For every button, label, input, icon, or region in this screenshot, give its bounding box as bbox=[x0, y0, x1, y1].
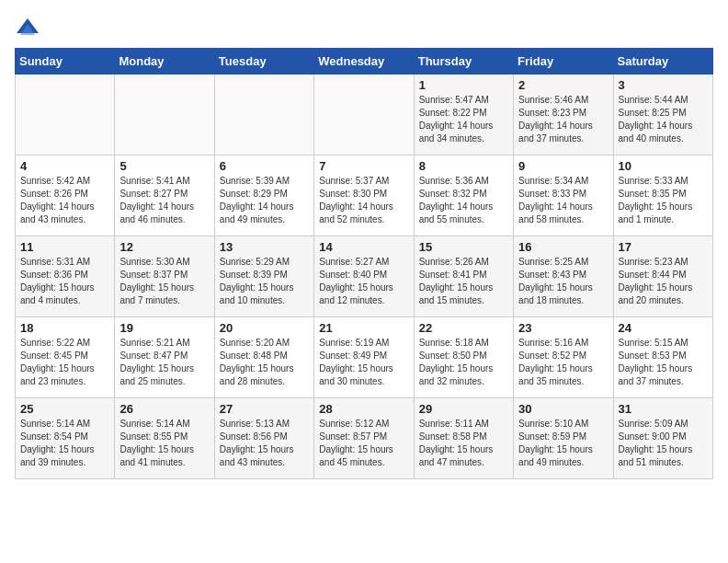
day-number: 30 bbox=[518, 402, 608, 416]
calendar-cell: 23Sunrise: 5:16 AM Sunset: 8:52 PM Dayli… bbox=[514, 317, 613, 398]
day-info: Sunrise: 5:09 AM Sunset: 9:00 PM Dayligh… bbox=[619, 418, 708, 469]
day-number: 29 bbox=[419, 402, 508, 416]
calendar-cell bbox=[314, 75, 414, 155]
day-number: 4 bbox=[20, 159, 109, 173]
day-info: Sunrise: 5:18 AM Sunset: 8:50 PM Dayligh… bbox=[419, 337, 508, 388]
calendar-cell: 10Sunrise: 5:33 AM Sunset: 8:35 PM Dayli… bbox=[613, 155, 712, 236]
weekday-header: Thursday bbox=[414, 49, 513, 75]
calendar-cell: 21Sunrise: 5:19 AM Sunset: 8:49 PM Dayli… bbox=[314, 317, 414, 398]
day-number: 15 bbox=[419, 240, 508, 254]
day-info: Sunrise: 5:21 AM Sunset: 8:47 PM Dayligh… bbox=[119, 337, 209, 388]
day-info: Sunrise: 5:16 AM Sunset: 8:52 PM Dayligh… bbox=[518, 337, 608, 388]
day-number: 17 bbox=[619, 240, 708, 254]
day-info: Sunrise: 5:25 AM Sunset: 8:43 PM Dayligh… bbox=[518, 256, 608, 307]
day-info: Sunrise: 5:14 AM Sunset: 8:55 PM Dayligh… bbox=[119, 418, 209, 469]
calendar-cell: 20Sunrise: 5:20 AM Sunset: 8:48 PM Dayli… bbox=[214, 317, 313, 398]
day-number: 5 bbox=[119, 159, 209, 173]
calendar-cell: 3Sunrise: 5:44 AM Sunset: 8:25 PM Daylig… bbox=[613, 75, 712, 155]
calendar-cell: 16Sunrise: 5:25 AM Sunset: 8:43 PM Dayli… bbox=[514, 236, 613, 317]
calendar-week: 4Sunrise: 5:42 AM Sunset: 8:26 PM Daylig… bbox=[16, 155, 713, 236]
day-info: Sunrise: 5:13 AM Sunset: 8:56 PM Dayligh… bbox=[220, 418, 309, 469]
calendar-cell: 19Sunrise: 5:21 AM Sunset: 8:47 PM Dayli… bbox=[115, 317, 214, 398]
day-info: Sunrise: 5:15 AM Sunset: 8:53 PM Dayligh… bbox=[619, 337, 708, 388]
calendar-cell: 11Sunrise: 5:31 AM Sunset: 8:36 PM Dayli… bbox=[16, 236, 115, 317]
day-number: 26 bbox=[119, 402, 209, 416]
day-number: 24 bbox=[619, 321, 708, 335]
day-number: 7 bbox=[319, 159, 408, 173]
calendar-cell: 2Sunrise: 5:46 AM Sunset: 8:23 PM Daylig… bbox=[514, 75, 613, 155]
day-info: Sunrise: 5:20 AM Sunset: 8:48 PM Dayligh… bbox=[220, 337, 309, 388]
day-info: Sunrise: 5:14 AM Sunset: 8:54 PM Dayligh… bbox=[20, 418, 109, 469]
day-info: Sunrise: 5:46 AM Sunset: 8:23 PM Dayligh… bbox=[518, 94, 608, 145]
weekday-header: Wednesday bbox=[314, 49, 414, 75]
calendar-cell: 29Sunrise: 5:11 AM Sunset: 8:58 PM Dayli… bbox=[414, 398, 513, 479]
day-number: 28 bbox=[319, 402, 408, 416]
calendar-cell: 17Sunrise: 5:23 AM Sunset: 8:44 PM Dayli… bbox=[613, 236, 712, 317]
day-info: Sunrise: 5:36 AM Sunset: 8:32 PM Dayligh… bbox=[419, 175, 508, 226]
calendar-cell: 28Sunrise: 5:12 AM Sunset: 8:57 PM Dayli… bbox=[314, 398, 414, 479]
day-info: Sunrise: 5:37 AM Sunset: 8:30 PM Dayligh… bbox=[319, 175, 408, 226]
calendar-cell bbox=[16, 75, 115, 155]
day-number: 21 bbox=[319, 321, 408, 335]
calendar-table: SundayMondayTuesdayWednesdayThursdayFrid… bbox=[15, 48, 713, 479]
calendar-cell: 14Sunrise: 5:27 AM Sunset: 8:40 PM Dayli… bbox=[314, 236, 414, 317]
day-number: 12 bbox=[119, 240, 209, 254]
calendar-week: 11Sunrise: 5:31 AM Sunset: 8:36 PM Dayli… bbox=[16, 236, 713, 317]
day-info: Sunrise: 5:30 AM Sunset: 8:37 PM Dayligh… bbox=[119, 256, 209, 307]
weekday-header: Sunday bbox=[16, 49, 115, 75]
day-number: 16 bbox=[518, 240, 608, 254]
day-info: Sunrise: 5:26 AM Sunset: 8:41 PM Dayligh… bbox=[419, 256, 508, 307]
weekday-header: Monday bbox=[115, 49, 214, 75]
day-info: Sunrise: 5:23 AM Sunset: 8:44 PM Dayligh… bbox=[619, 256, 708, 307]
day-info: Sunrise: 5:27 AM Sunset: 8:40 PM Dayligh… bbox=[319, 256, 408, 307]
day-number: 25 bbox=[20, 402, 109, 416]
day-number: 3 bbox=[619, 78, 708, 92]
day-info: Sunrise: 5:44 AM Sunset: 8:25 PM Dayligh… bbox=[619, 94, 708, 145]
day-number: 10 bbox=[619, 159, 708, 173]
day-info: Sunrise: 5:39 AM Sunset: 8:29 PM Dayligh… bbox=[220, 175, 309, 226]
day-info: Sunrise: 5:10 AM Sunset: 8:59 PM Dayligh… bbox=[518, 418, 608, 469]
calendar-cell: 7Sunrise: 5:37 AM Sunset: 8:30 PM Daylig… bbox=[314, 155, 414, 236]
weekday-header: Saturday bbox=[613, 49, 712, 75]
day-number: 31 bbox=[619, 402, 708, 416]
day-number: 23 bbox=[518, 321, 608, 335]
day-info: Sunrise: 5:12 AM Sunset: 8:57 PM Dayligh… bbox=[319, 418, 408, 469]
day-info: Sunrise: 5:19 AM Sunset: 8:49 PM Dayligh… bbox=[319, 337, 408, 388]
calendar-cell: 5Sunrise: 5:41 AM Sunset: 8:27 PM Daylig… bbox=[115, 155, 214, 236]
day-info: Sunrise: 5:29 AM Sunset: 8:39 PM Dayligh… bbox=[220, 256, 309, 307]
day-number: 13 bbox=[220, 240, 309, 254]
calendar-cell: 25Sunrise: 5:14 AM Sunset: 8:54 PM Dayli… bbox=[16, 398, 115, 479]
day-info: Sunrise: 5:41 AM Sunset: 8:27 PM Dayligh… bbox=[119, 175, 209, 226]
calendar-cell bbox=[214, 75, 313, 155]
day-number: 18 bbox=[20, 321, 109, 335]
logo bbox=[15, 15, 44, 40]
day-number: 22 bbox=[419, 321, 508, 335]
calendar-cell: 8Sunrise: 5:36 AM Sunset: 8:32 PM Daylig… bbox=[414, 155, 513, 236]
calendar-cell: 24Sunrise: 5:15 AM Sunset: 8:53 PM Dayli… bbox=[613, 317, 712, 398]
day-info: Sunrise: 5:11 AM Sunset: 8:58 PM Dayligh… bbox=[419, 418, 508, 469]
day-number: 20 bbox=[220, 321, 309, 335]
day-info: Sunrise: 5:22 AM Sunset: 8:45 PM Dayligh… bbox=[20, 337, 109, 388]
calendar-cell: 27Sunrise: 5:13 AM Sunset: 8:56 PM Dayli… bbox=[214, 398, 313, 479]
calendar-cell: 4Sunrise: 5:42 AM Sunset: 8:26 PM Daylig… bbox=[16, 155, 115, 236]
day-number: 6 bbox=[220, 159, 309, 173]
calendar-cell: 13Sunrise: 5:29 AM Sunset: 8:39 PM Dayli… bbox=[214, 236, 313, 317]
calendar-cell: 22Sunrise: 5:18 AM Sunset: 8:50 PM Dayli… bbox=[414, 317, 513, 398]
calendar-cell: 15Sunrise: 5:26 AM Sunset: 8:41 PM Dayli… bbox=[414, 236, 513, 317]
weekday-header: Friday bbox=[514, 49, 613, 75]
calendar-week: 25Sunrise: 5:14 AM Sunset: 8:54 PM Dayli… bbox=[16, 398, 713, 479]
day-number: 9 bbox=[518, 159, 608, 173]
calendar-cell: 26Sunrise: 5:14 AM Sunset: 8:55 PM Dayli… bbox=[115, 398, 214, 479]
day-info: Sunrise: 5:42 AM Sunset: 8:26 PM Dayligh… bbox=[20, 175, 109, 226]
calendar-cell bbox=[115, 75, 214, 155]
day-number: 19 bbox=[119, 321, 209, 335]
logo-icon bbox=[15, 15, 40, 40]
calendar-cell: 18Sunrise: 5:22 AM Sunset: 8:45 PM Dayli… bbox=[16, 317, 115, 398]
day-number: 27 bbox=[220, 402, 309, 416]
day-number: 8 bbox=[419, 159, 508, 173]
day-number: 1 bbox=[419, 78, 508, 92]
day-info: Sunrise: 5:47 AM Sunset: 8:22 PM Dayligh… bbox=[419, 94, 508, 145]
calendar-cell: 9Sunrise: 5:34 AM Sunset: 8:33 PM Daylig… bbox=[514, 155, 613, 236]
day-info: Sunrise: 5:33 AM Sunset: 8:35 PM Dayligh… bbox=[619, 175, 708, 226]
calendar-cell: 30Sunrise: 5:10 AM Sunset: 8:59 PM Dayli… bbox=[514, 398, 613, 479]
